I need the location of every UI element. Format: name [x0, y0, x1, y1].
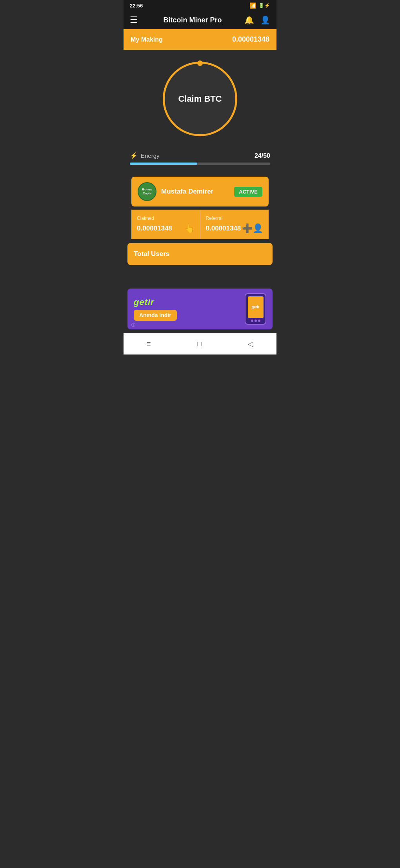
user-section: Bonus Capta Mustafa Demirer ACTIVE Claim…	[127, 174, 273, 239]
claimed-value-row: 0.00001348 👆	[137, 223, 195, 234]
energy-left: ⚡ Energy	[130, 152, 160, 159]
energy-section: ⚡ Energy 24/50	[124, 148, 276, 170]
energy-value: 24/50	[255, 152, 270, 159]
total-users-banner: Total Users	[127, 243, 273, 265]
wifi-icon: 📶	[249, 2, 256, 9]
nav-home-button[interactable]: □	[189, 338, 209, 351]
status-bar: 22:56 📶 🔋⚡	[124, 0, 276, 11]
ad-content-left: getir Anında indir	[134, 297, 177, 321]
finger-tap-icon: 👆	[184, 223, 195, 234]
energy-bar-background	[130, 163, 270, 165]
avatar-text: Bonus Capta	[138, 188, 156, 195]
ad-phone-image: getir	[245, 293, 266, 325]
add-person-icon[interactable]: ➕👤	[242, 223, 263, 234]
claimed-cell: Claimed 0.00001348 👆	[131, 210, 200, 239]
lightning-icon: ⚡	[130, 152, 138, 159]
referral-value: 0.00001348	[206, 225, 241, 232]
energy-label: Energy	[141, 152, 160, 159]
avatar: Bonus Capta	[138, 182, 156, 201]
referral-cell: Referral 0.00001348 ➕👤	[200, 210, 269, 239]
referral-value-row: 0.00001348 ➕👤	[206, 223, 264, 234]
ad-banner[interactable]: getir Anında indir getir ⓘ	[127, 289, 273, 329]
total-users-label: Total Users	[134, 250, 169, 258]
claimed-value: 0.00001348	[137, 225, 172, 232]
claim-btc-button[interactable]: Claim BTC	[163, 62, 237, 136]
referral-label: Referral	[206, 216, 264, 221]
user-name: Mustafa Demirer	[161, 188, 213, 196]
bottom-nav: ≡ □ ◁	[124, 333, 276, 355]
energy-bar-fill	[130, 163, 197, 165]
profile-icon[interactable]: 👤	[260, 15, 270, 25]
claim-area: Claim BTC	[124, 50, 276, 148]
app-title: Bitcoin Miner Pro	[145, 16, 240, 24]
top-nav: ☰ Bitcoin Miner Pro 🔔 👤	[124, 11, 276, 29]
claimed-label: Claimed	[137, 216, 195, 221]
nav-back-button[interactable]: ◁	[240, 337, 261, 351]
status-time: 22:56	[130, 3, 143, 9]
avatar-inner: Bonus Capta	[138, 183, 156, 200]
battery-icon: 🔋⚡	[258, 3, 270, 8]
my-making-value: 0.00001348	[232, 35, 269, 44]
claim-circle-wrapper: Claim BTC	[163, 62, 237, 136]
stats-row: Claimed 0.00001348 👆 Referral 0.00001348…	[131, 210, 269, 239]
status-icons: 📶 🔋⚡	[249, 2, 270, 9]
nav-icons: 🔔 👤	[244, 15, 270, 25]
my-making-banner: My Making 0.00001348	[124, 29, 276, 50]
user-info: Bonus Capta Mustafa Demirer	[138, 182, 234, 201]
nav-menu-button[interactable]: ≡	[139, 338, 159, 351]
ad-phone-screen: getir	[248, 296, 264, 318]
my-making-label: My Making	[131, 36, 163, 43]
hamburger-menu-icon[interactable]: ☰	[130, 15, 138, 25]
energy-header: ⚡ Energy 24/50	[130, 152, 270, 159]
ad-cta-button[interactable]: Anında indir	[134, 310, 177, 321]
active-badge: ACTIVE	[234, 187, 262, 197]
user-card: Bonus Capta Mustafa Demirer ACTIVE	[131, 177, 269, 206]
bell-icon[interactable]: 🔔	[244, 15, 254, 25]
ad-phone-dots	[251, 320, 260, 322]
claim-btc-label: Claim BTC	[178, 94, 222, 104]
ad-brand: getir	[134, 297, 177, 307]
ad-info-icon: ⓘ	[131, 322, 135, 328]
